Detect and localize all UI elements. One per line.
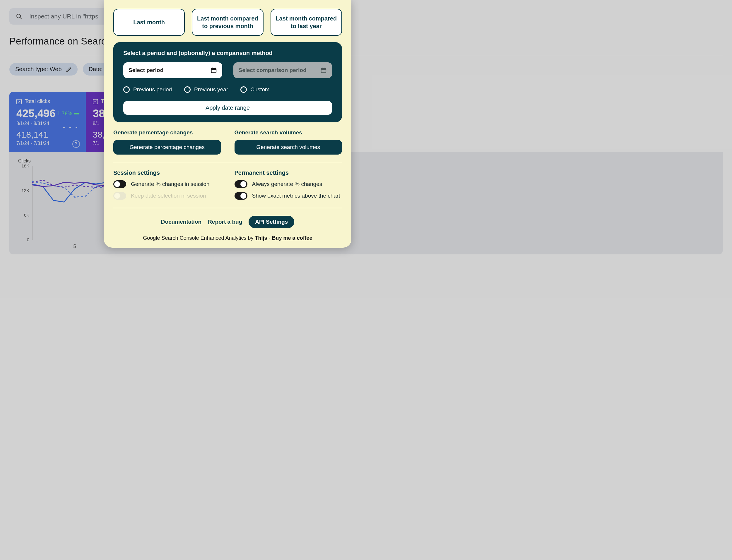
gen-pct-button[interactable]: Generate percentage changes xyxy=(113,140,221,155)
api-settings-button[interactable]: API Settings xyxy=(249,216,294,228)
trend-indicator: ━ xyxy=(74,109,79,118)
metric-label: Total clicks xyxy=(25,98,50,105)
quick-last-month-vs-prev[interactable]: Last month compared to previous month xyxy=(192,9,263,36)
metric-range-b: 7/1/24 - 7/31/24 xyxy=(16,141,79,146)
session-settings-heading: Session settings xyxy=(113,169,221,176)
radio-icon xyxy=(123,86,130,93)
date-range-heading: Select a period and (optionally) a compa… xyxy=(123,50,332,56)
credit-line: Google Search Console Enhanced Analytics… xyxy=(113,235,342,241)
filter-search-type-label: Search type: Web xyxy=(15,66,62,73)
toggle-show-exact-label: Show exact metrics above the chart xyxy=(252,193,340,199)
svg-line-1 xyxy=(20,18,22,19)
checkbox-impr[interactable] xyxy=(93,99,98,104)
gen-vol-button[interactable]: Generate search volumes xyxy=(235,140,342,155)
line-chart: 06K12K18K5 xyxy=(18,164,118,251)
toggle-gen-session[interactable] xyxy=(113,180,126,188)
metric-card-clicks[interactable]: Total clicks 425,496 1.76% ━ 8/1/24 - 8/… xyxy=(9,92,86,152)
toggle-always-gen-label: Always generate % changes xyxy=(252,181,322,187)
svg-rect-13 xyxy=(321,68,326,70)
enhanced-analytics-panel: Last month Last month compared to previo… xyxy=(104,0,351,248)
compare-picker-label: Select comparison period xyxy=(239,67,307,73)
author-link[interactable]: Thijs xyxy=(255,235,267,241)
help-icon[interactable]: ? xyxy=(72,140,80,148)
svg-text:12K: 12K xyxy=(21,188,29,193)
documentation-link[interactable]: Documentation xyxy=(161,219,201,225)
toggle-keep-date[interactable] xyxy=(113,192,126,200)
radio-custom[interactable]: Custom xyxy=(240,86,269,93)
toggle-keep-date-label: Keep date selection in session xyxy=(131,193,206,199)
url-inspect-text: Inspect any URL in "https xyxy=(29,13,98,20)
svg-rect-9 xyxy=(211,68,216,70)
metric-value-a: 425,496 xyxy=(16,107,56,120)
toggle-show-exact[interactable] xyxy=(235,192,247,200)
divider xyxy=(113,163,342,163)
coffee-link[interactable]: Buy me a coffee xyxy=(272,235,312,241)
quick-last-month-vs-year[interactable]: Last month compared to last year xyxy=(271,9,342,36)
radio-icon xyxy=(240,86,247,93)
svg-text:5: 5 xyxy=(73,244,76,249)
toggle-gen-session-label: Generate % changes in session xyxy=(131,181,209,187)
checkbox-clicks[interactable] xyxy=(16,99,22,104)
svg-text:18K: 18K xyxy=(21,164,29,168)
pencil-icon xyxy=(66,66,72,72)
gen-pct-heading: Generate percentage changes xyxy=(113,129,221,136)
apply-date-range-button[interactable]: Apply date range xyxy=(123,101,332,115)
radio-icon xyxy=(184,86,191,93)
compare-period-picker[interactable]: Select comparison period xyxy=(233,62,332,78)
calendar-icon xyxy=(211,67,217,73)
svg-text:6K: 6K xyxy=(24,213,29,218)
search-icon xyxy=(16,13,22,20)
svg-text:0: 0 xyxy=(27,237,29,242)
metric-value-b: 418,141 xyxy=(16,130,79,140)
gen-vol-heading: Generate search volumes xyxy=(235,129,342,136)
report-bug-link[interactable]: Report a bug xyxy=(208,219,242,225)
period-picker[interactable]: Select period xyxy=(123,62,222,78)
metric-pct: 1.76% xyxy=(57,111,72,117)
period-picker-label: Select period xyxy=(129,67,163,73)
radio-prev-period[interactable]: Previous period xyxy=(123,86,172,93)
calendar-icon xyxy=(320,67,327,73)
dash-indicator: - - - xyxy=(63,124,79,131)
date-range-box: Select a period and (optionally) a compa… xyxy=(113,42,342,122)
radio-prev-year[interactable]: Previous year xyxy=(184,86,228,93)
toggle-always-gen[interactable] xyxy=(235,180,247,188)
svg-point-0 xyxy=(17,14,20,18)
filter-search-type[interactable]: Search type: Web xyxy=(9,63,78,76)
permanent-settings-heading: Permanent settings xyxy=(235,169,342,176)
quick-last-month[interactable]: Last month xyxy=(113,9,185,36)
